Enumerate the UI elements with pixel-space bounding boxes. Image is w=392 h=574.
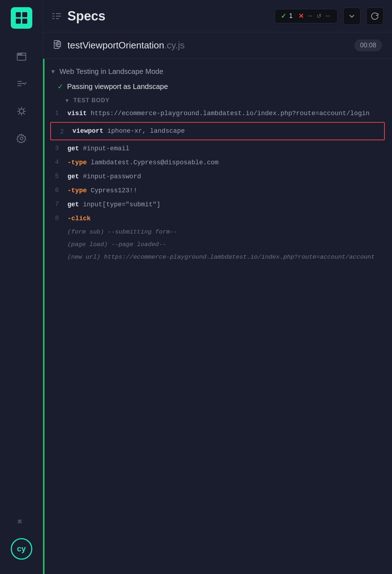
- line-num-2: 2: [55, 127, 64, 135]
- sidebar: ⌘ cy: [0, 0, 43, 574]
- test-list: ▼ Web Testing in Landscape Mode ✓ Passin…: [43, 59, 392, 269]
- file-header: testViewportOrientation.cy.js 00:08: [43, 32, 392, 59]
- line-content-3: get #input-email: [67, 144, 385, 154]
- refresh-button[interactable]: [366, 8, 383, 25]
- test-results-icon[interactable]: [11, 73, 32, 95]
- topbar: Specs ✓ 1 ✕ -- ↺ --: [43, 0, 392, 32]
- code-line-6: 6 -type Cypress123!!: [50, 184, 385, 198]
- line-num-4: 4: [50, 158, 59, 166]
- main-content: Specs ✓ 1 ✕ -- ↺ --: [43, 0, 392, 574]
- passing-check-icon: ✓: [57, 82, 63, 91]
- specs-list-icon: [52, 11, 62, 21]
- pass-icon: ✓: [281, 12, 286, 20]
- svg-text:⌘: ⌘: [18, 517, 22, 526]
- line-content-2: viewport iphone-xr, landscape: [72, 126, 380, 136]
- spinner-count: --: [326, 12, 330, 20]
- passing-row: ✓ Passing viewport as Landscape: [43, 79, 392, 94]
- svg-rect-0: [16, 12, 21, 17]
- spinner-icon: ↺: [317, 13, 321, 19]
- fail-icon: ✕: [298, 12, 304, 20]
- svg-line-19: [23, 108, 25, 109]
- svg-point-8: [21, 54, 22, 55]
- svg-line-17: [18, 108, 20, 109]
- keyboard-shortcuts-icon[interactable]: ⌘: [11, 511, 32, 532]
- section-chevron: ▼: [50, 69, 56, 75]
- svg-point-12: [19, 109, 24, 113]
- section-title-text: Web Testing in Landscape Mode: [60, 67, 163, 76]
- line-num-8: 8: [50, 214, 59, 222]
- line-num-5: 5: [50, 172, 59, 180]
- line-num-7: 7: [50, 200, 59, 208]
- comment-line-3: (new url) https://ecommerce-playground.l…: [43, 251, 392, 263]
- code-line-7: 7 get input[type="submit"]: [50, 198, 385, 212]
- svg-point-7: [20, 54, 20, 55]
- svg-line-18: [23, 113, 25, 114]
- svg-point-6: [18, 54, 19, 55]
- cy-logo[interactable]: cy: [11, 538, 32, 560]
- line-num-1: 1: [50, 109, 59, 117]
- body-chevron: ▼: [65, 98, 70, 103]
- section-title: ▼ Web Testing in Landscape Mode: [43, 65, 392, 79]
- line-num-6: 6: [50, 186, 59, 194]
- line-content-6: -type Cypress123!!: [67, 186, 385, 196]
- code-line-5: 5 get #input-password: [50, 170, 385, 184]
- file-name: testViewportOrientation.cy.js: [67, 40, 185, 51]
- line-content-5: get #input-password: [67, 172, 385, 182]
- line-content-8: -click: [67, 214, 385, 224]
- sidebar-bottom: ⌘ cy: [11, 511, 32, 567]
- run-status-bar: ✓ 1 ✕ -- ↺ --: [275, 9, 337, 23]
- debug-icon[interactable]: [11, 100, 32, 122]
- svg-rect-2: [16, 19, 21, 24]
- fail-count: --: [308, 12, 312, 20]
- test-content: ▼ Web Testing in Landscape Mode ✓ Passin…: [43, 59, 392, 574]
- line-content-7: get input[type="submit"]: [67, 200, 385, 210]
- svg-rect-33: [57, 42, 61, 47]
- svg-line-20: [18, 113, 20, 114]
- line-content-4: -type lambdatest.Cypress@disposable.com: [67, 158, 385, 168]
- svg-point-21: [20, 137, 23, 140]
- pass-count: 1: [289, 12, 293, 20]
- code-line-1: 1 visit https://ecommerce-playground.lam…: [50, 107, 385, 121]
- svg-rect-1: [22, 12, 27, 17]
- line-content-1: visit https://ecommerce-playground.lambd…: [67, 109, 385, 118]
- code-icon[interactable]: [11, 46, 32, 67]
- comment-line-2: (page load) --page loaded--: [43, 238, 392, 251]
- test-body-label: ▼ TEST BODY: [43, 94, 392, 107]
- file-duration: 00:08: [354, 39, 382, 51]
- test-body-text: TEST BODY: [74, 97, 110, 104]
- code-line-8: 8 -click: [50, 212, 385, 226]
- app-logo[interactable]: [11, 7, 32, 29]
- settings-icon[interactable]: [11, 128, 32, 149]
- code-line-3: 3 get #input-email: [50, 142, 385, 156]
- page-title: Specs: [67, 9, 105, 24]
- comment-line-1: (form sub) --submitting form--: [43, 226, 392, 238]
- line-num-3: 3: [50, 144, 59, 152]
- dropdown-button[interactable]: [343, 8, 360, 25]
- code-line-2-highlighted: 2 viewport iphone-xr, landscape: [50, 122, 385, 140]
- svg-rect-3: [22, 19, 27, 24]
- file-icon: [53, 40, 62, 51]
- passing-label: Passing viewport as Landscape: [67, 83, 168, 91]
- code-area: 1 visit https://ecommerce-playground.lam…: [43, 107, 392, 226]
- code-line-4: 4 -type lambdatest.Cypress@disposable.co…: [50, 156, 385, 170]
